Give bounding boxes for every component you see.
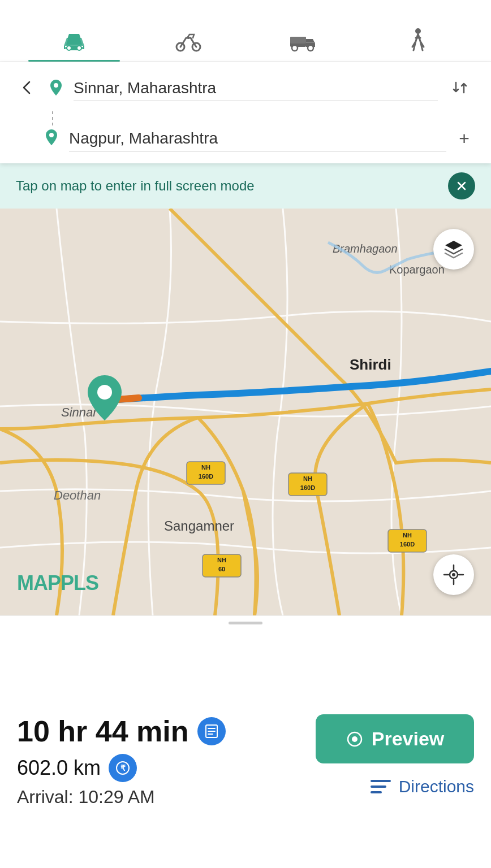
directions-label: Directions: [399, 777, 474, 796]
trip-distance-text: 602.0 km: [17, 756, 101, 780]
svg-text:NH: NH: [217, 557, 226, 563]
trip-duration-text: 10 hr 44 min: [17, 714, 188, 748]
origin-row: Sinnar, Maharashtra: [17, 73, 474, 103]
svg-point-3: [67, 46, 71, 50]
svg-text:Deothan: Deothan: [54, 488, 101, 502]
svg-text:Sinnar: Sinnar: [61, 405, 98, 419]
svg-text:Shirdi: Shirdi: [350, 356, 391, 373]
svg-point-14: [54, 83, 58, 88]
tab-walking[interactable]: [360, 27, 474, 62]
svg-point-49: [352, 736, 358, 742]
svg-point-10: [308, 45, 313, 51]
map-layers-button[interactable]: [433, 229, 474, 270]
my-location-button[interactable]: [433, 554, 474, 595]
swap-button[interactable]: [446, 73, 474, 103]
directions-icon: [371, 780, 391, 793]
svg-point-35: [97, 385, 112, 400]
svg-point-7: [187, 37, 189, 39]
origin-input[interactable]: Sinnar, Maharashtra: [74, 76, 438, 101]
trip-arrival-row: Arrival: 10:29 AM: [17, 787, 304, 808]
tab-truck[interactable]: [246, 27, 360, 62]
search-area: Sinnar, Maharashtra Nagpur, Maharashtra …: [0, 62, 491, 163]
svg-text:NH: NH: [303, 475, 312, 482]
preview-label: Preview: [372, 728, 445, 750]
svg-text:160D: 160D: [400, 541, 415, 548]
svg-text:Sangamner: Sangamner: [164, 518, 234, 533]
drag-indicator: [229, 622, 262, 624]
svg-text:NH: NH: [201, 464, 210, 471]
tab-motorcycle[interactable]: [131, 27, 246, 62]
svg-point-41: [452, 573, 455, 576]
svg-text:160D: 160D: [300, 484, 315, 491]
back-button[interactable]: [17, 77, 37, 99]
svg-point-9: [292, 45, 298, 51]
svg-text:60: 60: [218, 566, 225, 572]
trip-distance-row: 602.0 km ₹: [17, 754, 304, 782]
svg-point-13: [415, 28, 421, 34]
directions-button[interactable]: Directions: [371, 772, 474, 801]
add-stop-button[interactable]: +: [454, 125, 474, 152]
svg-text:NH: NH: [403, 532, 412, 539]
svg-text:160D: 160D: [199, 473, 213, 480]
trip-info: 10 hr 44 min 602.0 km ₹: [17, 714, 304, 808]
preview-button[interactable]: Preview: [316, 714, 474, 763]
destination-input[interactable]: Nagpur, Maharashtra: [69, 126, 446, 151]
mappls-logo: MAPPLS: [17, 571, 98, 595]
hint-close-button[interactable]: [448, 172, 475, 199]
svg-rect-11: [290, 37, 306, 44]
trip-summary-row: 10 hr 44 min 602.0 km ₹: [17, 714, 474, 808]
tab-car[interactable]: [17, 27, 131, 62]
action-buttons: Preview Directions: [316, 714, 474, 801]
svg-text:₹: ₹: [120, 763, 126, 772]
trip-duration-row: 10 hr 44 min: [17, 714, 304, 748]
trip-toll-icon[interactable]: ₹: [109, 754, 137, 782]
trip-notes-icon[interactable]: [197, 717, 226, 745]
map-hint-bar: Tap on map to enter in full screen mode: [0, 163, 491, 209]
map-area[interactable]: Sinnar Shirdi Deothan Sangamner Bramhaga…: [0, 209, 491, 615]
destination-row: Nagpur, Maharashtra +: [17, 125, 474, 152]
transport-tabs: [0, 0, 491, 62]
origin-pin-icon: [46, 78, 66, 99]
destination-pin-icon: [42, 128, 61, 149]
svg-point-15: [49, 133, 54, 137]
map-hint-text: Tap on map to enter in full screen mode: [16, 178, 448, 194]
bottom-panel: 10 hr 44 min 602.0 km ₹: [0, 615, 491, 819]
svg-point-4: [77, 46, 81, 50]
